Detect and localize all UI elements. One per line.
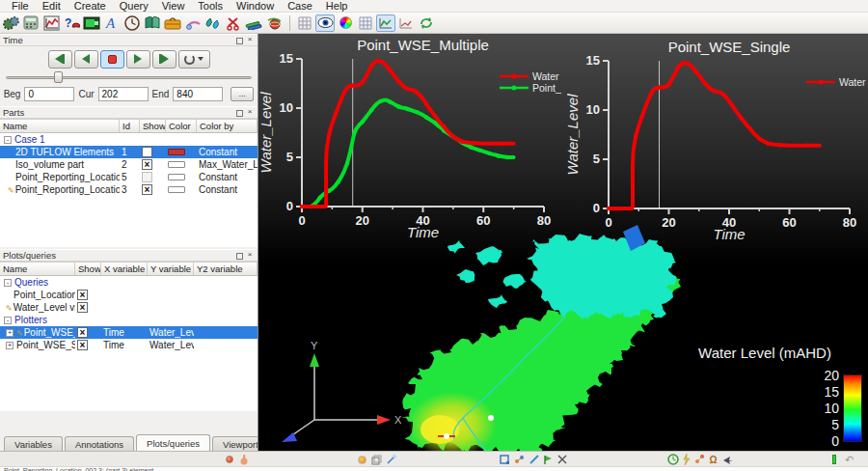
plot-tool-icon[interactable] [41, 14, 61, 32]
loop-mode-button[interactable] [178, 50, 210, 69]
show-checkbox[interactable]: × [142, 184, 152, 195]
show-checkbox[interactable]: × [142, 159, 152, 170]
lightning-icon[interactable] [680, 454, 692, 465]
fly-pointer-icon[interactable] [721, 454, 734, 465]
reset-omega-icon[interactable]: Ω [707, 454, 719, 465]
time-slider-track[interactable] [6, 76, 252, 79]
parts-row[interactable]: Point_Reporting_Location_001 5 × Constan… [0, 171, 258, 183]
color-swatch[interactable] [168, 161, 185, 168]
show-checkbox[interactable]: × [142, 147, 152, 157]
col-id[interactable]: Id [120, 120, 140, 132]
color-swatch[interactable] [168, 174, 185, 180]
menu-window[interactable]: Window [230, 0, 281, 12]
chart-point-wse-single[interactable]: 020406080051015Point_WSE_SingleTimeWater… [567, 34, 868, 261]
show-checkbox[interactable]: × [77, 340, 88, 350]
play-indicator-icon[interactable] [827, 454, 840, 465]
menu-create[interactable]: Create [68, 0, 113, 12]
col-show[interactable]: Show [75, 263, 101, 275]
show-checkbox[interactable]: × [77, 302, 88, 313]
settings-gears-icon[interactable] [1, 14, 20, 32]
float-panel-icon[interactable] [236, 253, 243, 260]
time-more-button[interactable]: ... [231, 87, 254, 101]
show-checkbox[interactable]: × [77, 327, 88, 338]
float-panel-icon[interactable] [236, 110, 243, 117]
pick-hand-icon[interactable] [238, 454, 251, 465]
magic-wand-icon[interactable] [385, 454, 397, 465]
col-name[interactable]: Name [0, 120, 120, 132]
play-forward-button[interactable] [126, 50, 150, 69]
query-row[interactable]: Point_Location_0... × [0, 289, 258, 301]
parts-group-row[interactable]: -Case 1 [0, 133, 258, 146]
flag-play-icon[interactable] [542, 454, 555, 465]
plotters-group-row[interactable]: -Plotters [0, 314, 258, 326]
annotation-text-icon[interactable]: A [102, 14, 122, 32]
grid-icon[interactable] [295, 14, 314, 32]
queries-group-row[interactable]: -Queries [0, 276, 258, 289]
end-input[interactable]: 840 [173, 87, 223, 101]
col-show[interactable]: Show [140, 120, 166, 132]
menu-help[interactable]: Help [319, 0, 355, 12]
col-color[interactable]: Color [166, 120, 197, 132]
close-panel-icon[interactable]: × [245, 251, 255, 260]
tab-variables[interactable]: Variables [4, 436, 63, 451]
record-icon[interactable] [223, 454, 235, 465]
parts-row[interactable]: 2D TUFLOW Elements 1 × Constant [0, 146, 258, 158]
eye-icon[interactable] [315, 14, 335, 32]
menu-case[interactable]: Case [281, 0, 319, 12]
plot-curve-icon[interactable] [376, 14, 395, 32]
menu-edit[interactable]: Edit [36, 0, 68, 12]
shading-sun-icon[interactable] [356, 454, 368, 465]
interactive-query-icon[interactable]: ? [62, 14, 81, 32]
help-book-icon[interactable] [143, 14, 162, 32]
vector-globe-icon[interactable] [264, 14, 284, 32]
parts-row[interactable]: ✎Point_Reporting_Location_002 3 × Consta… [0, 183, 258, 196]
tab-annotations[interactable]: Annotations [65, 436, 134, 451]
undo-icon[interactable]: ↶ [843, 454, 855, 465]
time-slider[interactable] [0, 71, 258, 83]
float-panel-icon[interactable] [236, 38, 243, 44]
color-wheel-icon[interactable] [336, 14, 355, 32]
cut-tool-icon[interactable] [556, 454, 569, 465]
menu-file[interactable]: File [5, 0, 36, 12]
plotter-row[interactable]: +✎Point_WSE_Multi... × Time Water_Level [0, 326, 258, 339]
transform-tools-icon[interactable] [513, 454, 526, 465]
collapse-icon[interactable]: - [4, 317, 12, 324]
show-checkbox[interactable]: × [142, 172, 152, 182]
col-x-variable[interactable]: X variable [101, 263, 148, 275]
particle-trace-drops-icon[interactable] [203, 14, 223, 32]
toolbox-icon[interactable] [163, 14, 182, 32]
col-color-by[interactable]: Color by [197, 120, 258, 132]
expand-icon[interactable]: + [6, 342, 14, 349]
viewport-display-icon[interactable] [82, 14, 101, 32]
contour-pencils-icon[interactable] [244, 14, 263, 32]
stop-button[interactable] [100, 50, 124, 69]
collapse-icon[interactable]: - [4, 136, 12, 144]
perspective-cube-icon[interactable] [370, 454, 383, 465]
solution-time-icon[interactable] [666, 454, 679, 465]
close-panel-icon[interactable]: × [245, 36, 255, 44]
measure-pencil-icon[interactable] [528, 454, 540, 465]
collapse-icon[interactable]: - [4, 279, 12, 287]
time-slider-handle[interactable] [54, 71, 63, 83]
color-swatch[interactable] [168, 149, 185, 155]
col-name[interactable]: Name [0, 263, 75, 275]
graphics-viewport[interactable]: 020406080051015Point_WSE_MultipleTimeWat… [258, 34, 868, 451]
menu-view[interactable]: View [155, 0, 192, 12]
cur-input[interactable]: 202 [98, 87, 149, 101]
menu-query[interactable]: Query [113, 0, 155, 12]
beg-input[interactable]: 0 [24, 87, 74, 101]
expand-icon[interactable]: + [6, 329, 14, 337]
col-y-variable[interactable]: Y variable [148, 263, 194, 275]
calculator-icon[interactable] [21, 14, 41, 32]
particle-trace-icon[interactable] [693, 454, 706, 465]
tab-plots-queries[interactable]: Plots/queries [136, 434, 210, 451]
query-row[interactable]: ✎Water_Level vs. T... × [0, 301, 258, 314]
clip-scissors-icon[interactable] [224, 14, 243, 32]
step-begin-button[interactable] [48, 50, 72, 69]
menu-tools[interactable]: Tools [191, 0, 230, 12]
chart-point-wse-multiple[interactable]: 020406080051015Point_WSE_MultipleTimeWat… [258, 36, 569, 258]
show-checkbox[interactable]: × [77, 290, 88, 300]
color-swatch[interactable] [168, 186, 185, 193]
refresh-arrows-icon[interactable] [417, 14, 436, 32]
solution-time-clock-icon[interactable] [122, 14, 142, 32]
